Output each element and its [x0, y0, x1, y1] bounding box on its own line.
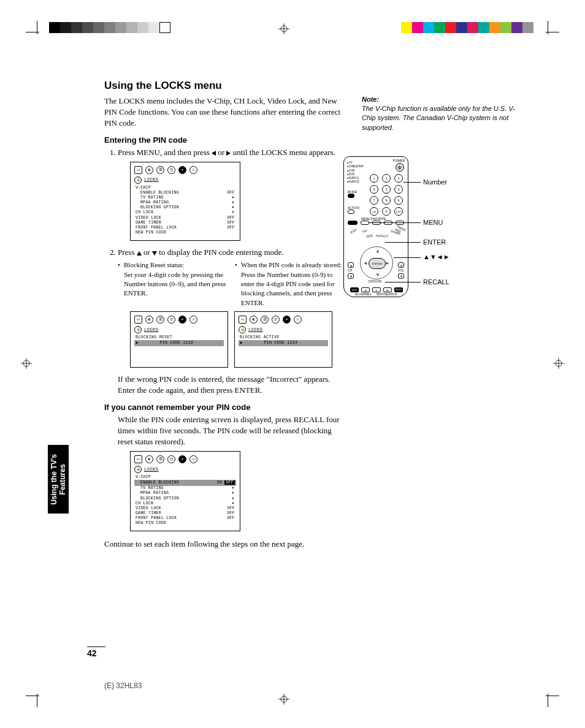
mute-btn: MUTE: [394, 287, 403, 292]
num-6: 6: [394, 185, 403, 194]
note-text: The V-Chip function is available only fo…: [362, 104, 521, 132]
crop-mark-tl: [29, 25, 47, 42]
label-number: Number: [423, 178, 447, 186]
lock-icon: 🔒: [134, 466, 142, 473]
color-bar: [49, 22, 533, 33]
section2-title: If you cannot remember your PIN code: [104, 403, 343, 412]
ffwd: ▸▸: [383, 287, 392, 292]
label-recall: RECALL: [423, 278, 449, 286]
osd-blocking-active: ▭◐☰◫✦⌂ 🔒LOCKS BLOCKING ACTIVE ◉PIN CODE …: [234, 311, 332, 368]
dpad: ▲ ▼ ◄ ► ENTER: [360, 246, 393, 279]
crop-mark-br: [538, 686, 556, 703]
bottom-button-row: RTN ◂◂ ▸ ▸▸ MUTE: [350, 287, 403, 292]
remote-figure: ●TV ●CABLE/SAT ●VCR ●DVD ●AUDIO1 ●AUDIO2…: [343, 156, 466, 297]
num-100: 100: [370, 207, 378, 216]
lock-icon: 🔒: [134, 326, 142, 333]
section-tab-label: Using the TV'sFeatures: [50, 454, 67, 505]
registration-mark-left: [21, 358, 32, 369]
crop-mark-tr: [538, 25, 556, 42]
page-number: 42: [87, 646, 105, 658]
remote-body: ●TV ●CABLE/SAT ●VCR ●DVD ●AUDIO1 ●AUDIO2…: [343, 156, 408, 297]
osd-title-label: LOCKS: [144, 177, 159, 183]
crop-mark-bl: [29, 686, 47, 703]
enter-button: ENTER: [369, 258, 386, 269]
bullet-a: Blocking Reset status: Set your 4-digit …: [118, 260, 226, 308]
device-labels: ●TV ●CABLE/SAT ●VCR ●DVD ●AUDIO1 ●AUDIO2: [347, 161, 364, 184]
bullet-b: When the PIN code is already stored: Pre…: [235, 260, 343, 308]
continue-text: Continue to set each item following the …: [104, 539, 343, 550]
num-2: 2: [382, 174, 391, 183]
ch-rtn: RTN: [350, 287, 359, 292]
num-8: 8: [382, 196, 391, 205]
osd-tab-icons: ▭◐☰◫✦⌂: [134, 166, 236, 174]
step-2: Press or to display the PIN code enterin…: [118, 247, 343, 396]
label-enter: ENTER: [423, 238, 446, 246]
num-3: 3: [394, 174, 403, 183]
note-label: Note:: [362, 96, 521, 103]
ch-up: ▴: [348, 262, 354, 268]
lock-icon: 🔒: [239, 326, 246, 333]
num-0: 0: [382, 207, 391, 216]
num-1: 1: [370, 174, 378, 183]
menu-button: [361, 221, 369, 225]
label-menu: MENU: [423, 219, 443, 226]
rew: ◂◂: [361, 287, 370, 292]
intro-text: The LOCKS menu includes the V-Chip, CH L…: [104, 96, 343, 129]
num-4: 4: [370, 185, 378, 194]
step-1: Press MENU, and then press or until the …: [118, 147, 343, 241]
vol-up: ▴: [398, 262, 404, 268]
vol-dn: ▾: [398, 273, 404, 279]
osd-locks-menu: ▭◐☰◫✦⌂ 🔒 LOCKS V–CHIP ENABLE BLOCKINGOFF…: [130, 162, 240, 241]
page-heading: Using the LOCKS menu: [104, 80, 527, 92]
power-button: ⏻: [396, 163, 404, 172]
osd-locks-menu-after-reset: ▭◐☰◫✦⌂ 🔒LOCKS V–CHIP ENABLE BLOCKINGON O…: [130, 451, 240, 531]
mode-button: [348, 194, 354, 198]
wrong-pin-text: If the wrong PIN code is entered, the me…: [118, 374, 343, 396]
footer-code: (E) 32HL83: [104, 681, 142, 690]
osd-blocking-reset: ▭◐☰◫✦⌂ 🔒LOCKS BLOCKING RESET ◉PIN CODE 1…: [130, 311, 228, 368]
step-1-text: Press MENU, and then press or until the …: [118, 148, 335, 157]
step-2-text: Press or to display the PIN code enterin…: [118, 248, 284, 257]
action-button: [348, 210, 354, 214]
section1-title: Entering the PIN code: [104, 135, 343, 145]
sleep-button: [348, 221, 358, 225]
ch-dn: ▾: [348, 273, 354, 279]
num-5: 5: [382, 185, 391, 194]
num-9: 9: [394, 196, 403, 205]
num-7: 7: [370, 196, 378, 205]
play: ▸: [372, 287, 381, 292]
registration-mark-bottom: [278, 694, 289, 705]
ent-button: ENT: [394, 207, 403, 216]
label-arrows: ▲▼◄►: [423, 253, 450, 260]
lock-icon: 🔒: [134, 176, 142, 184]
section2-text: While the PIN code entering screen is di…: [118, 414, 343, 448]
registration-mark-top: [278, 23, 289, 34]
section-tab: Using the TV'sFeatures: [48, 445, 69, 514]
registration-mark-right: [553, 358, 564, 369]
